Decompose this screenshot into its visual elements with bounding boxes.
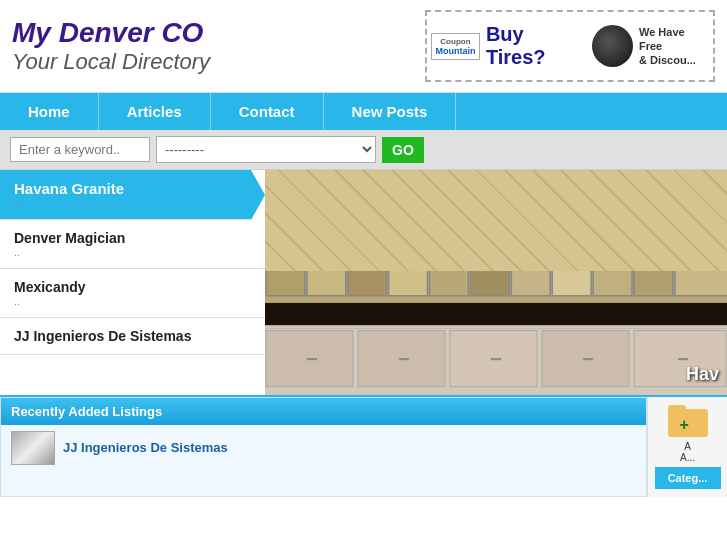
listing-title-1: Denver Magician	[14, 230, 251, 246]
svg-rect-35	[307, 267, 346, 296]
svg-rect-21	[634, 206, 673, 235]
svg-rect-8	[552, 175, 591, 204]
svg-rect-19	[552, 206, 591, 235]
svg-rect-5	[430, 175, 469, 204]
svg-rect-25	[348, 236, 387, 265]
main-nav: Home Articles Contact New Posts	[0, 93, 727, 130]
site-subtitle: Your Local Directory	[12, 49, 210, 75]
listing-item-1[interactable]: Denver Magician ..	[0, 220, 265, 269]
svg-rect-43	[634, 267, 673, 296]
svg-rect-34	[266, 267, 305, 296]
svg-rect-24	[307, 236, 346, 265]
nav-item-contact[interactable]: Contact	[211, 93, 324, 130]
svg-rect-41	[552, 267, 591, 296]
svg-rect-38	[430, 267, 469, 296]
svg-rect-18	[511, 206, 550, 235]
site-title-block: My Denver CO Your Local Directory	[12, 17, 210, 75]
ad-right-text: We Have Free& Discou...	[639, 25, 709, 68]
svg-rect-1	[266, 175, 305, 204]
svg-rect-37	[389, 267, 428, 296]
svg-rect-9	[593, 175, 632, 204]
svg-rect-11	[675, 175, 727, 204]
ad-logo-top: Coupon	[440, 37, 470, 46]
svg-rect-16	[430, 206, 469, 235]
svg-rect-7	[511, 175, 550, 204]
recently-added-item[interactable]: JJ Ingenieros De Sistemas	[1, 425, 646, 471]
listing-desc-2: ..	[14, 295, 251, 307]
folder-label: AA...	[680, 441, 695, 463]
listing-item-0[interactable]: Havana Granite ..	[0, 170, 265, 220]
svg-rect-27	[430, 236, 469, 265]
svg-rect-13	[307, 206, 346, 235]
listing-desc-1: ..	[14, 246, 251, 258]
tire-image	[592, 25, 633, 67]
svg-rect-23	[266, 236, 305, 265]
svg-rect-29	[511, 236, 550, 265]
bottom-section: Recently Added Listings JJ Ingenieros De…	[0, 395, 727, 497]
svg-rect-12	[266, 206, 305, 235]
listing-sidebar: Havana Granite .. Denver Magician .. Mex…	[0, 170, 265, 395]
main-content: Havana Granite .. Denver Magician .. Mex…	[0, 170, 727, 395]
svg-rect-20	[593, 206, 632, 235]
kitchen-image	[265, 170, 727, 395]
listing-item-3[interactable]: JJ Ingenieros De Sistemas	[0, 318, 265, 355]
folder-icon[interactable]: +	[668, 405, 708, 437]
category-button[interactable]: Categ...	[655, 467, 721, 489]
svg-rect-15	[389, 206, 428, 235]
nav-item-home[interactable]: Home	[0, 93, 99, 130]
site-title: My Denver CO	[12, 17, 210, 49]
svg-rect-40	[511, 267, 550, 296]
svg-rect-22	[675, 206, 727, 235]
svg-rect-39	[470, 267, 509, 296]
nav-item-new-posts[interactable]: New Posts	[324, 93, 457, 130]
listing-title-2: Mexicandy	[14, 279, 251, 295]
svg-rect-3	[348, 175, 387, 204]
ad-banner[interactable]: Coupon Mountain Buy Tires? We Have Free&…	[425, 10, 715, 82]
ad-logo: Coupon Mountain	[431, 33, 480, 60]
listing-link[interactable]: JJ Ingenieros De Sistemas	[63, 440, 228, 455]
keyword-input[interactable]	[10, 137, 150, 162]
svg-rect-45	[265, 303, 727, 325]
svg-rect-28	[470, 236, 509, 265]
listing-thumb-image	[12, 432, 54, 464]
recently-added-header: Recently Added Listings	[1, 398, 646, 425]
right-panel: + AA... Categ...	[647, 397, 727, 497]
svg-rect-4	[389, 175, 428, 204]
svg-rect-2	[307, 175, 346, 204]
svg-rect-31	[593, 236, 632, 265]
listing-title-0: Havana Granite	[14, 180, 251, 197]
folder-plus-icon: +	[680, 417, 689, 433]
kitchen-svg	[265, 170, 727, 395]
svg-rect-10	[634, 175, 673, 204]
listing-item-2[interactable]: Mexicandy ..	[0, 269, 265, 318]
svg-rect-42	[593, 267, 632, 296]
svg-rect-6	[470, 175, 509, 204]
go-button[interactable]: GO	[382, 137, 424, 163]
svg-rect-44	[675, 267, 727, 296]
listing-title-3: JJ Ingenieros De Sistemas	[14, 328, 251, 344]
recently-added-panel: Recently Added Listings JJ Ingenieros De…	[0, 397, 647, 497]
svg-rect-26	[389, 236, 428, 265]
nav-item-articles[interactable]: Articles	[99, 93, 211, 130]
ad-logo-bottom: Mountain	[435, 46, 475, 56]
svg-rect-30	[552, 236, 591, 265]
svg-rect-36	[348, 267, 387, 296]
header: My Denver CO Your Local Directory Coupon…	[0, 0, 727, 93]
listing-desc-0: ..	[14, 197, 251, 209]
listing-thumb	[11, 431, 55, 465]
folder-body: +	[668, 409, 708, 437]
image-panel: Hav	[265, 170, 727, 395]
category-select[interactable]: ---------	[156, 136, 376, 163]
image-label: Hav	[686, 364, 719, 385]
svg-rect-17	[470, 206, 509, 235]
svg-rect-14	[348, 206, 387, 235]
search-bar: --------- GO	[0, 130, 727, 170]
ad-banner-inner: Coupon Mountain Buy Tires? We Have Free&…	[431, 23, 709, 69]
svg-rect-33	[675, 236, 727, 265]
ad-main-text: Buy Tires?	[486, 23, 586, 69]
svg-rect-32	[634, 236, 673, 265]
